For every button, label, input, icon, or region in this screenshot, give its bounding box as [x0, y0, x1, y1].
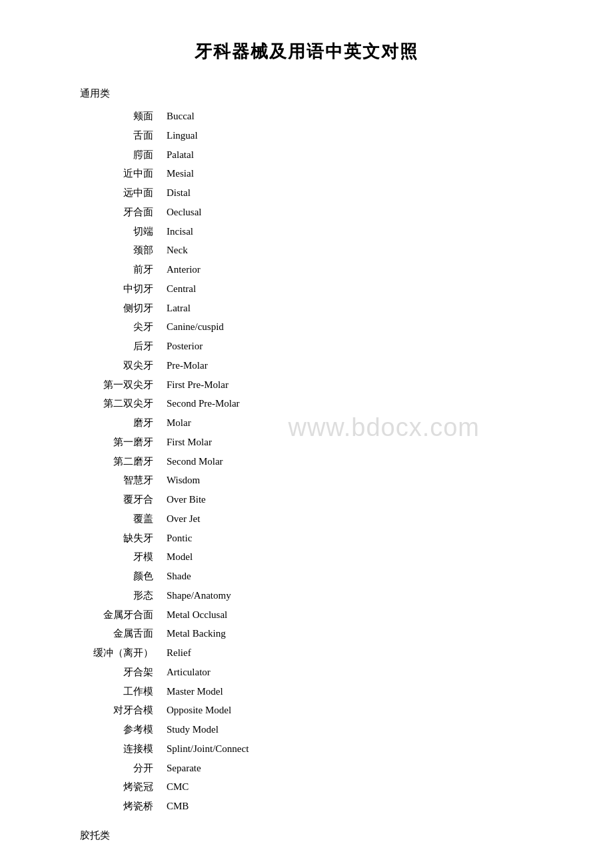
table-row: 近中面Mesial [53, 164, 560, 183]
table-row: 形态Shape/Anatomy [53, 586, 560, 605]
english-term: Latral [160, 299, 560, 318]
chinese-term: 切端 [53, 222, 160, 241]
chinese-term: 对牙合模 [53, 701, 160, 720]
table-row: 烤瓷桥CMB [53, 797, 560, 816]
table-row: 智慧牙Wisdom [53, 471, 560, 490]
chinese-term: 第二磨牙 [53, 452, 160, 471]
table-row: 腭面Palatal [53, 145, 560, 165]
english-term: Articulator [160, 663, 560, 682]
chinese-term: 牙模 [53, 547, 160, 567]
table-row: 牙合面Oeclusal [53, 203, 560, 222]
page-title: 牙科器械及用语中英文对照 [53, 40, 560, 63]
chinese-term: 金属舌面 [53, 624, 160, 643]
table-row: 颜色Shade [53, 567, 560, 586]
table-row: 后牙Posterior [53, 337, 560, 356]
chinese-term: 连接模 [53, 739, 160, 759]
table-row: 前牙Anterior [53, 260, 560, 279]
english-term: Oeclusal [160, 203, 560, 222]
chinese-term: 牙合架 [53, 663, 160, 682]
english-term: Wisdom [160, 471, 560, 490]
chinese-term: 参考模 [53, 720, 160, 739]
chinese-term: 智慧牙 [53, 471, 160, 490]
english-term: CMC [160, 777, 560, 797]
table-row: 尖牙Canine/cuspid [53, 317, 560, 337]
chinese-term: 双尖牙 [53, 356, 160, 375]
english-term: Posterior [160, 337, 560, 356]
english-term: Shape/Anatomy [160, 586, 560, 605]
table-row: 牙合架Articulator [53, 663, 560, 682]
table-row: 覆盖Over Jet [53, 509, 560, 529]
section-header-0: 通用类 [53, 87, 560, 100]
english-term: Molar [160, 413, 560, 433]
chinese-term: 近中面 [53, 164, 160, 183]
chinese-term: 金属牙合面 [53, 605, 160, 625]
table-row: 颈部Neck [53, 241, 560, 260]
english-term: Neck [160, 241, 560, 260]
table-row: 金属牙合面Metal Occlusal [53, 605, 560, 625]
english-term: Pontic [160, 529, 560, 548]
table-row: 切端Incisal [53, 222, 560, 241]
english-term: Incisal [160, 222, 560, 241]
chinese-term: 磨牙 [53, 413, 160, 433]
table-row: 第二双尖牙Second Pre-Molar [53, 394, 560, 413]
chinese-term: 颊面 [53, 107, 160, 126]
section-header-1: 胶托类 [53, 829, 560, 842]
chinese-term: 远中面 [53, 183, 160, 203]
table-row: 分开Separate [53, 759, 560, 778]
table-row: 烤瓷冠CMC [53, 777, 560, 797]
table-row: 缺失牙Pontic [53, 529, 560, 548]
chinese-term: 后牙 [53, 337, 160, 356]
english-term: Canine/cuspid [160, 317, 560, 337]
english-term: Metal Occlusal [160, 605, 560, 625]
chinese-term: 舌面 [53, 126, 160, 145]
table-row: 远中面Distal [53, 183, 560, 203]
english-term: Over Bite [160, 490, 560, 509]
chinese-term: 烤瓷桥 [53, 797, 160, 816]
english-term: Opposite Model [160, 701, 560, 720]
chinese-term: 第一磨牙 [53, 433, 160, 452]
chinese-term: 第二双尖牙 [53, 394, 160, 413]
table-row: 颊面Buccal [53, 107, 560, 126]
table-row: 磨牙Molar [53, 413, 560, 433]
chinese-term: 颜色 [53, 567, 160, 586]
table-row: 工作模Master Model [53, 682, 560, 701]
table-row: 第一磨牙First Molar [53, 433, 560, 452]
english-term: Master Model [160, 682, 560, 701]
english-term: Relief [160, 643, 560, 663]
english-term: First Pre-Molar [160, 375, 560, 395]
chinese-term: 牙合面 [53, 203, 160, 222]
table-row: 侧切牙Latral [53, 299, 560, 318]
table-row: 舌面Lingual [53, 126, 560, 145]
english-term: Lingual [160, 126, 560, 145]
english-term: Model [160, 547, 560, 567]
table-row: 第一双尖牙First Pre-Molar [53, 375, 560, 395]
chinese-term: 前牙 [53, 260, 160, 279]
chinese-term: 工作模 [53, 682, 160, 701]
english-term: Shade [160, 567, 560, 586]
table-row: 参考模Study Model [53, 720, 560, 739]
chinese-term: 覆盖 [53, 509, 160, 529]
chinese-term: 第一双尖牙 [53, 375, 160, 395]
entry-table-0: 颊面Buccal舌面Lingual腭面Palatal近中面Mesial远中面Di… [53, 107, 560, 816]
table-row: 中切牙Central [53, 279, 560, 299]
chinese-term: 尖牙 [53, 317, 160, 337]
english-term: Buccal [160, 107, 560, 126]
chinese-term: 烤瓷冠 [53, 777, 160, 797]
chinese-term: 侧切牙 [53, 299, 160, 318]
chinese-term: 颈部 [53, 241, 160, 260]
chinese-term: 中切牙 [53, 279, 160, 299]
english-term: Splint/Joint/Connect [160, 739, 560, 759]
chinese-term: 缓冲（离开） [53, 643, 160, 663]
table-row: 覆牙合Over Bite [53, 490, 560, 509]
chinese-term: 覆牙合 [53, 490, 160, 509]
english-term: Separate [160, 759, 560, 778]
english-term: Anterior [160, 260, 560, 279]
table-row: 金属舌面Metal Backing [53, 624, 560, 643]
english-term: First Molar [160, 433, 560, 452]
chinese-term: 缺失牙 [53, 529, 160, 548]
english-term: Over Jet [160, 509, 560, 529]
chinese-term: 形态 [53, 586, 160, 605]
english-term: Pre-Molar [160, 356, 560, 375]
english-term: Palatal [160, 145, 560, 165]
english-term: CMB [160, 797, 560, 816]
